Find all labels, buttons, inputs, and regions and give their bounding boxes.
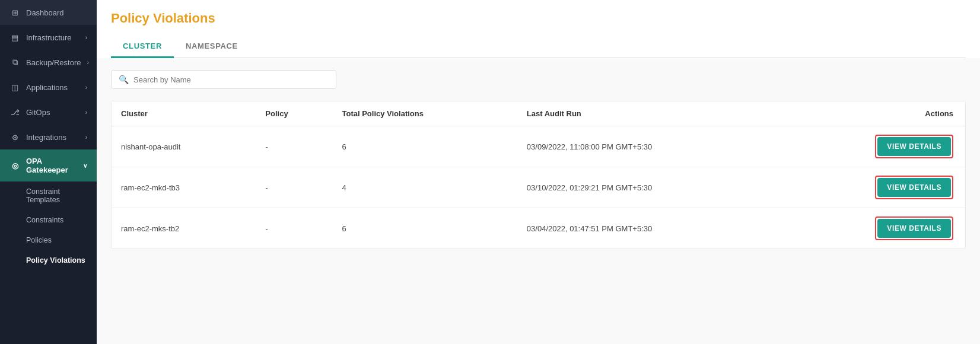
sidebar-item-dashboard[interactable]: ⊞ Dashboard <box>0 0 97 25</box>
cell-policy: - <box>256 208 332 249</box>
cell-actions: VIEW DETAILS <box>782 126 965 167</box>
sidebar-item-label: GitOps <box>26 108 50 117</box>
tab-namespace[interactable]: NAMESPACE <box>174 36 250 58</box>
cell-cluster: ram-ec2-mks-tb2 <box>112 208 256 249</box>
opa-icon: ◎ <box>9 160 20 171</box>
sidebar-item-policies[interactable]: Policies <box>0 230 97 250</box>
chevron-right-icon: › <box>85 34 87 41</box>
cell-actions: VIEW DETAILS <box>782 208 965 249</box>
sidebar-item-constraints[interactable]: Constraints <box>0 210 97 230</box>
col-header-policy: Policy <box>256 101 332 126</box>
cell-total-violations: 6 <box>332 126 517 167</box>
cell-total-violations: 4 <box>332 167 517 208</box>
sidebar-item-infrastructure[interactable]: ▤ Infrastructure › <box>0 25 97 50</box>
cell-cluster: nishant-opa-audit <box>112 126 256 167</box>
cell-cluster: ram-ec2-mkd-tb3 <box>112 167 256 208</box>
sub-item-label: Constraint Templates <box>26 187 60 204</box>
policy-violations-table: Cluster Policy Total Policy Violations L… <box>111 101 966 249</box>
sidebar-item-label: OPA Gatekeeper <box>26 157 77 174</box>
view-details-highlight: VIEW DETAILS <box>875 135 953 158</box>
gitops-icon: ⎇ <box>9 107 20 117</box>
content-area: 🔍 Cluster Policy Total Policy Violations… <box>97 58 980 344</box>
sidebar-item-label: Dashboard <box>26 8 64 17</box>
cell-policy: - <box>256 167 332 208</box>
cell-total-violations: 6 <box>332 208 517 249</box>
sidebar-item-opa-gatekeeper[interactable]: ◎ OPA Gatekeeper ∨ <box>0 149 97 181</box>
view-details-highlight: VIEW DETAILS <box>875 216 953 240</box>
search-icon: 🔍 <box>119 75 129 84</box>
table-row: nishant-opa-audit - 6 03/09/2022, 11:08:… <box>112 126 965 167</box>
cell-last-audit: 03/10/2022, 01:29:21 PM GMT+5:30 <box>517 167 782 208</box>
chevron-right-icon: › <box>85 109 87 116</box>
server-icon: ▤ <box>9 32 20 43</box>
chevron-right-icon: › <box>85 84 87 91</box>
table-row: ram-ec2-mks-tb2 - 6 03/04/2022, 01:47:51… <box>112 208 965 249</box>
sidebar-item-label: Backup/Restore <box>26 58 81 67</box>
cell-last-audit: 03/09/2022, 11:08:00 PM GMT+5:30 <box>517 126 782 167</box>
cell-actions: VIEW DETAILS <box>782 167 965 208</box>
chevron-down-icon: ∨ <box>83 163 87 169</box>
col-header-actions: Actions <box>782 101 965 126</box>
copy-icon: ⧉ <box>9 57 20 68</box>
col-header-cluster: Cluster <box>112 101 256 126</box>
tab-cluster[interactable]: CLUSTER <box>111 36 174 58</box>
col-header-last-audit: Last Audit Run <box>517 101 782 126</box>
view-details-button-3[interactable]: VIEW DETAILS <box>877 219 951 238</box>
sidebar-item-label: Integrations <box>26 133 66 142</box>
view-details-button-2[interactable]: VIEW DETAILS <box>877 178 951 197</box>
sidebar-item-policy-violations[interactable]: Policy Violations <box>0 250 97 270</box>
search-input[interactable] <box>133 75 329 84</box>
col-header-total-violations: Total Policy Violations <box>332 101 517 126</box>
sub-item-label: Policy Violations <box>26 256 85 265</box>
grid-icon: ⊞ <box>9 7 20 18</box>
table-row: ram-ec2-mkd-tb3 - 4 03/10/2022, 01:29:21… <box>112 167 965 208</box>
page-header: Policy Violations CLUSTER NAMESPACE <box>97 0 980 58</box>
sidebar-item-backup-restore[interactable]: ⧉ Backup/Restore › <box>0 50 97 75</box>
sidebar-item-integrations[interactable]: ⊛ Integrations › <box>0 125 97 149</box>
integrations-icon: ⊛ <box>9 132 20 142</box>
sidebar-item-gitops[interactable]: ⎇ GitOps › <box>0 100 97 125</box>
main-content: Policy Violations CLUSTER NAMESPACE 🔍 Cl… <box>97 0 980 344</box>
sidebar-item-applications[interactable]: ◫ Applications › <box>0 75 97 100</box>
sub-item-label: Policies <box>26 236 52 244</box>
sub-item-label: Constraints <box>26 216 63 224</box>
view-details-highlight: VIEW DETAILS <box>875 176 953 199</box>
app-icon: ◫ <box>9 82 20 93</box>
sidebar: ⊞ Dashboard ▤ Infrastructure › ⧉ Backup/… <box>0 0 97 344</box>
cell-last-audit: 03/04/2022, 01:47:51 PM GMT+5:30 <box>517 208 782 249</box>
page-title: Policy Violations <box>111 11 966 26</box>
chevron-right-icon: › <box>85 134 87 141</box>
chevron-right-icon: › <box>87 59 89 66</box>
sidebar-item-constraint-templates[interactable]: Constraint Templates <box>0 181 97 210</box>
sidebar-item-label: Applications <box>26 83 68 92</box>
search-bar[interactable]: 🔍 <box>111 70 336 89</box>
sidebar-item-label: Infrastructure <box>26 33 72 42</box>
view-details-button-1[interactable]: VIEW DETAILS <box>877 137 951 156</box>
tab-bar: CLUSTER NAMESPACE <box>111 36 966 58</box>
cell-policy: - <box>256 126 332 167</box>
